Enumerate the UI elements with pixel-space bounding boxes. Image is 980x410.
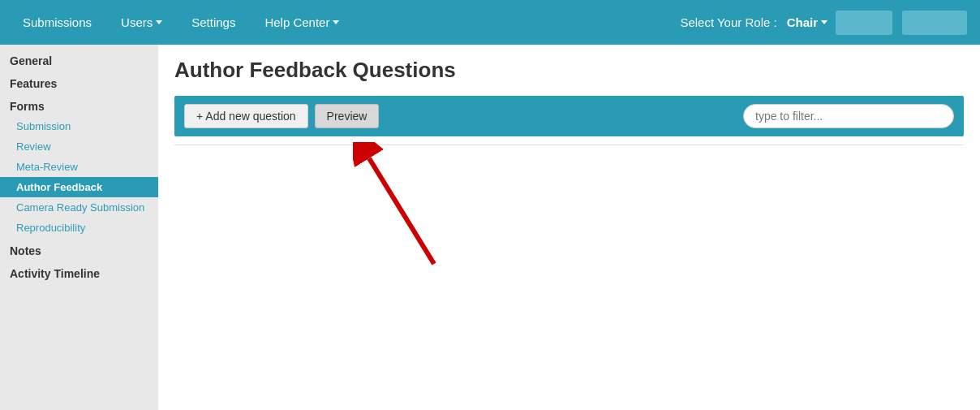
sidebar-link-author-feedback[interactable]: Author Feedback: [0, 177, 158, 197]
svg-line-1: [369, 158, 434, 264]
sidebar-section-notes: Notes: [0, 238, 158, 261]
sidebar-link-submission[interactable]: Submission: [0, 116, 158, 136]
role-label: Select Your Role :: [673, 15, 783, 29]
user-avatar: [836, 11, 892, 35]
filter-input[interactable]: [743, 104, 954, 128]
main-content: Author Feedback Questions + Add new ques…: [158, 45, 980, 410]
nav-users[interactable]: Users: [106, 0, 177, 45]
sidebar-link-reproducibility[interactable]: Reproducibility: [0, 218, 158, 238]
top-nav: Submissions Users Settings Help Center S…: [0, 0, 980, 45]
help-caret-icon: [333, 20, 339, 24]
role-selector[interactable]: Chair: [784, 15, 831, 29]
sidebar-section-general: General: [0, 48, 158, 71]
nav-settings[interactable]: Settings: [177, 0, 250, 45]
users-caret-icon: [156, 20, 162, 24]
main-layout: General Features Forms Submission Review…: [0, 45, 980, 410]
content-divider: [174, 145, 964, 145]
role-caret-icon: [821, 20, 827, 24]
sidebar-link-camera-ready[interactable]: Camera Ready Submission: [0, 197, 158, 218]
nav-help[interactable]: Help Center: [250, 0, 354, 45]
arrow-annotation: [353, 142, 450, 274]
preview-button[interactable]: Preview: [315, 104, 380, 128]
sidebar: General Features Forms Submission Review…: [0, 45, 158, 410]
user-menu-button[interactable]: [902, 11, 967, 35]
sidebar-section-forms: Forms: [0, 93, 158, 116]
sidebar-link-meta-review[interactable]: Meta-Review: [0, 157, 158, 177]
page-title: Author Feedback Questions: [174, 58, 964, 83]
add-new-question-button[interactable]: + Add new question: [184, 104, 308, 128]
sidebar-link-review[interactable]: Review: [0, 136, 158, 157]
nav-submissions[interactable]: Submissions: [8, 0, 106, 45]
toolbar: + Add new question Preview: [174, 96, 964, 136]
sidebar-section-features: Features: [0, 71, 158, 93]
sidebar-section-activity-timeline: Activity Timeline: [0, 261, 158, 283]
